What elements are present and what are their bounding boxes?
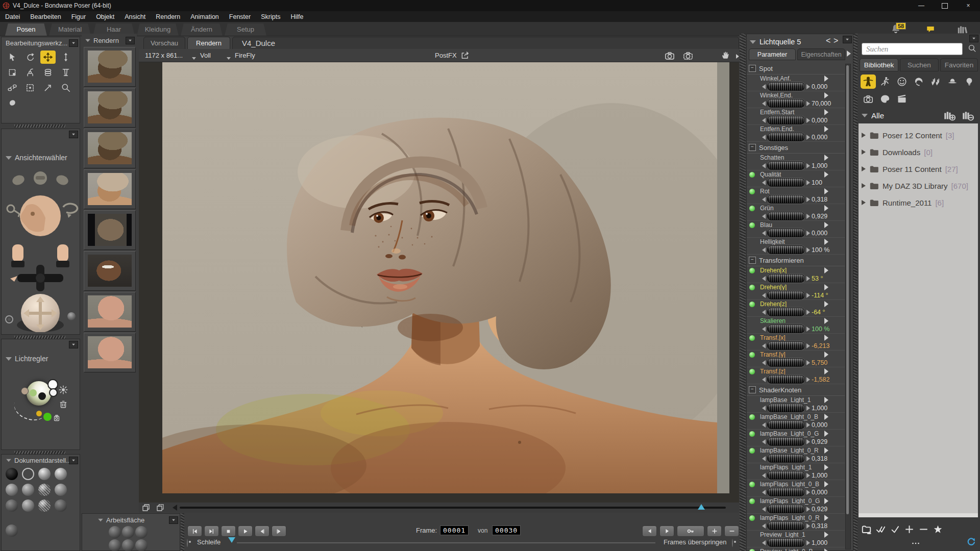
- panel-menu-dropdown[interactable]: [169, 516, 178, 524]
- dial-decrement-arrow[interactable]: [762, 101, 766, 106]
- parameter-options-arrow[interactable]: [824, 368, 828, 374]
- loop-radio[interactable]: [187, 539, 188, 547]
- parameter-options-arrow[interactable]: [824, 92, 828, 98]
- prev-actor-arrow[interactable]: <: [826, 36, 830, 45]
- parameter-options-arrow[interactable]: [824, 188, 828, 194]
- parameter-dial[interactable]: [767, 161, 805, 170]
- room-tab-kleidung[interactable]: Kleidung: [137, 23, 179, 36]
- display-style-ball[interactable]: [38, 484, 51, 496]
- parameter-animated-dot[interactable]: [749, 431, 755, 437]
- library-tab-favoriten[interactable]: Favoriten: [940, 58, 978, 71]
- parameter-value[interactable]: 1,000: [812, 539, 835, 546]
- parameter-dial[interactable]: [767, 404, 805, 412]
- render-viewport[interactable]: [139, 62, 739, 503]
- workspace-ball[interactable]: [135, 526, 148, 538]
- parameter-value[interactable]: 100 %: [812, 325, 835, 333]
- parameter-options-arrow[interactable]: [824, 335, 828, 341]
- display-style-ball[interactable]: [22, 484, 34, 496]
- size-dropdown-icon[interactable]: [192, 54, 196, 61]
- menu-item-rendern[interactable]: Rendern: [151, 11, 185, 22]
- parameter-value[interactable]: -114 °: [812, 292, 835, 299]
- display-style-ball[interactable]: [6, 484, 18, 496]
- parameter-value[interactable]: 1,000: [812, 162, 835, 169]
- library-folder-row[interactable]: Downloads[0]: [862, 144, 933, 160]
- panel-menu-dropdown[interactable]: [969, 35, 978, 42]
- library-category-hands-icon[interactable]: [928, 74, 943, 89]
- library-category-figure-icon[interactable]: [861, 74, 876, 89]
- parameter-dial[interactable]: [767, 229, 805, 237]
- layers-icon[interactable]: [142, 503, 150, 512]
- layers-alt-icon[interactable]: [156, 503, 164, 512]
- transport-stop-button[interactable]: [221, 525, 236, 537]
- parameter-value[interactable]: 0,929: [812, 213, 835, 220]
- parameter-dial[interactable]: [767, 375, 805, 384]
- collapse-triangle-icon[interactable]: [6, 357, 12, 361]
- parameter-animated-dot[interactable]: [749, 222, 755, 228]
- keyframe-add-key-button[interactable]: [707, 525, 722, 537]
- dial-increment-arrow[interactable]: [806, 180, 810, 185]
- light-indicator[interactable]: [49, 388, 58, 397]
- parameter-dial[interactable]: [767, 116, 805, 124]
- display-style-ball[interactable]: [38, 468, 51, 480]
- parameter-dial[interactable]: [767, 274, 805, 283]
- category-collapse-icon[interactable]: [862, 114, 868, 117]
- parameter-animated-dot[interactable]: [749, 285, 755, 290]
- library-folder-row[interactable]: My DAZ 3D Library[670]: [862, 178, 968, 193]
- dial-increment-arrow[interactable]: [806, 507, 810, 512]
- tool-translate-icon[interactable]: [40, 51, 56, 64]
- parameter-value[interactable]: 70,000: [812, 100, 835, 107]
- parameter-value[interactable]: 0,929: [812, 506, 835, 513]
- dial-decrement-arrow[interactable]: [762, 490, 766, 495]
- parameter-dial[interactable]: [767, 341, 805, 350]
- dial-decrement-arrow[interactable]: [762, 327, 766, 332]
- tab-rendern[interactable]: Rendern: [187, 37, 230, 49]
- workspace-ball[interactable]: [122, 539, 134, 551]
- library-apply-double-check-icon[interactable]: [876, 524, 886, 534]
- dial-increment-arrow[interactable]: [806, 360, 810, 365]
- light-indicator[interactable]: [30, 389, 37, 396]
- transport-go-last-button[interactable]: [204, 525, 219, 537]
- display-style-ball[interactable]: [55, 499, 67, 512]
- expand-triangle-icon[interactable]: [862, 200, 866, 205]
- parameter-animated-dot[interactable]: [749, 498, 755, 504]
- dial-decrement-arrow[interactable]: [762, 84, 766, 89]
- scrub-track[interactable]: [180, 507, 726, 509]
- refresh-icon[interactable]: [967, 537, 976, 546]
- keyframe-prev-key-button[interactable]: [642, 525, 657, 537]
- search-icon[interactable]: [968, 44, 976, 53]
- pan-hand-icon[interactable]: [721, 51, 730, 60]
- transport-play-button[interactable]: [238, 525, 253, 537]
- display-style-ball[interactable]: [38, 499, 51, 512]
- tool-twist-icon[interactable]: [22, 66, 38, 79]
- parameter-options-arrow[interactable]: [824, 515, 828, 521]
- collapse-triangle-icon[interactable]: [750, 40, 756, 44]
- parameter-options-arrow[interactable]: [824, 222, 828, 228]
- menu-item-skripts[interactable]: Skripts: [256, 11, 285, 22]
- library-add-item-icon[interactable]: [904, 524, 914, 534]
- delete-light-icon[interactable]: [59, 399, 68, 409]
- dial-decrement-arrow[interactable]: [762, 293, 766, 298]
- section-collapse-box[interactable]: −: [749, 386, 756, 393]
- camera-view-controls[interactable]: [2, 169, 79, 332]
- parameter-animated-dot[interactable]: [749, 549, 755, 551]
- keyframe-edit-keyframes-button[interactable]: [677, 525, 704, 537]
- dial-decrement-arrow[interactable]: [762, 231, 766, 236]
- parameter-options-arrow[interactable]: [824, 532, 828, 538]
- parameter-options-arrow[interactable]: [824, 284, 828, 290]
- parameter-dial[interactable]: [767, 538, 805, 547]
- parameter-value[interactable]: 100 %: [812, 246, 835, 254]
- skip-frames-radio[interactable]: [732, 539, 733, 547]
- parameter-options-arrow[interactable]: [824, 239, 828, 245]
- dial-decrement-arrow[interactable]: [762, 456, 766, 461]
- display-style-ball[interactable]: [22, 468, 34, 480]
- parameter-value[interactable]: 1,000: [812, 472, 835, 479]
- parameter-dial[interactable]: [767, 308, 805, 316]
- parameter-dial[interactable]: [767, 291, 805, 299]
- panel-menu-dropdown[interactable]: [126, 37, 135, 44]
- parameter-options-arrow[interactable]: [824, 76, 828, 82]
- dial-increment-arrow[interactable]: [806, 247, 810, 253]
- library-folder-row[interactable]: Poser 12 Content[3]: [862, 128, 954, 143]
- parameter-animated-dot[interactable]: [749, 268, 755, 273]
- section-collapse-box[interactable]: −: [749, 65, 756, 72]
- parameter-value[interactable]: 0,000: [812, 83, 835, 90]
